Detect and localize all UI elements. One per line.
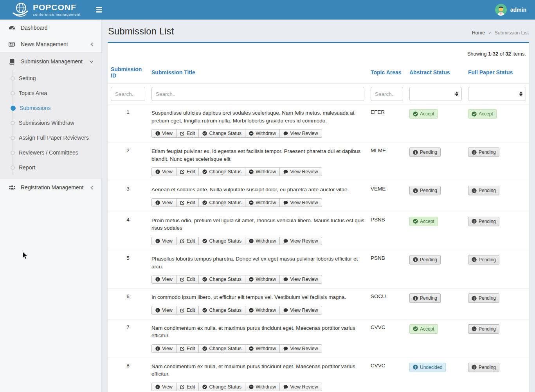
column-header-submission-title[interactable]: Submission Title [148, 61, 367, 84]
breadcrumb-home-link[interactable]: Home [472, 30, 485, 36]
sidebar-item-report[interactable]: Report [0, 160, 101, 175]
sidebar-item-topics-area[interactable]: Topics Area [0, 86, 101, 101]
withdraw-button[interactable]: Withdraw [245, 167, 280, 176]
view-review-button[interactable]: View Review [279, 167, 322, 176]
full-paper-status-cell: iPending [465, 250, 529, 288]
view-button[interactable]: iView [151, 306, 177, 315]
sidebar-item-news-management[interactable]: News Management [0, 36, 101, 52]
sidebar: DashboardNews ManagementSubmission Manag… [0, 20, 102, 392]
action-label: Edit [187, 131, 195, 136]
sidebar-item-reviewers-committees[interactable]: Reviewers / Committees [0, 145, 101, 160]
withdraw-button[interactable]: Withdraw [245, 198, 280, 207]
sidebar-toggle-button[interactable] [90, 0, 108, 20]
view-button[interactable]: iView [151, 198, 177, 207]
view-review-button[interactable]: View Review [279, 275, 322, 284]
table-row: 3Aenean et sodales ante. Nulla vulputate… [108, 181, 529, 212]
topic-areas-filter-input[interactable] [371, 87, 403, 101]
withdraw-button[interactable]: Withdraw [245, 275, 280, 284]
change-status-button[interactable]: Change Status [198, 167, 245, 176]
change-status-button[interactable]: Change Status [198, 275, 245, 284]
topic-area-cell: PSNB [367, 212, 406, 250]
edit-button[interactable]: Edit [176, 344, 199, 353]
view-button[interactable]: iView [151, 129, 177, 138]
view-review-button[interactable]: View Review [279, 198, 322, 207]
view-button[interactable]: iView [151, 383, 177, 391]
edit-button[interactable]: Edit [176, 383, 199, 391]
column-header-topic-areas[interactable]: Topic Areas [367, 61, 406, 84]
edit-button[interactable]: Edit [176, 275, 199, 284]
action-label: Change Status [209, 277, 241, 282]
view-button[interactable]: iView [151, 237, 177, 245]
submission-title-filter-input[interactable] [151, 87, 364, 101]
row-actions: iViewEditChange StatusWithdrawView Revie… [151, 344, 322, 353]
abstract-status-select[interactable] [409, 87, 462, 101]
action-label: Change Status [209, 384, 241, 390]
change-status-button[interactable]: Change Status [198, 306, 245, 315]
sidebar-item-assign-full-paper-reviewers[interactable]: Assign Full Paper Reviewers [0, 130, 101, 145]
chevron-left-icon [90, 42, 94, 47]
change-status-button[interactable]: Change Status [198, 344, 245, 353]
bullet-icon [11, 151, 15, 155]
withdraw-button[interactable]: Withdraw [245, 383, 280, 391]
info-icon: i [413, 296, 418, 301]
change-status-button[interactable]: Change Status [198, 383, 245, 391]
edit-button[interactable]: Edit [176, 167, 199, 176]
full-paper-status-cell: iPending [465, 358, 529, 392]
sidebar-item-label: Topics Area [19, 90, 47, 96]
change-status-button[interactable]: Change Status [198, 237, 245, 245]
withdraw-button[interactable]: Withdraw [245, 129, 280, 138]
column-header-submission-id[interactable]: Submission ID [108, 61, 148, 84]
column-header-full-paper-status[interactable]: Full Paper Status [465, 61, 529, 84]
withdraw-button[interactable]: Withdraw [245, 306, 280, 315]
submission-title-cell: Suspendisse ultricies dapibus orci sodal… [148, 104, 367, 143]
sidebar-item-setting[interactable]: Setting [0, 71, 101, 86]
view-review-button[interactable]: View Review [279, 306, 322, 315]
brand-name: POPCONF [33, 3, 81, 11]
submission-id-filter-input[interactable] [111, 87, 145, 101]
minus-circle-icon [249, 277, 254, 282]
brand-logo[interactable]: POPCONF conference management [0, 0, 90, 20]
action-label: Edit [187, 307, 195, 313]
action-label: View Review [290, 238, 318, 244]
table-row: 4Proin metus odio, pretium vel ligula si… [108, 212, 529, 250]
main-content: Submission List Home > Submission List S… [102, 20, 535, 392]
full-paper-status-select[interactable] [468, 87, 526, 101]
table-row: 6In commodo ipsum libero, ut efficitur e… [108, 289, 529, 320]
edit-button[interactable]: Edit [176, 306, 199, 315]
view-review-button[interactable]: View Review [279, 383, 322, 391]
view-button[interactable]: iView [151, 167, 177, 176]
check-circle-icon [202, 131, 207, 136]
info-icon: i [155, 200, 160, 205]
submission-table-body: 1Suspendisse ultricies dapibus orci soda… [108, 104, 529, 392]
view-button[interactable]: iView [151, 275, 177, 284]
view-review-button[interactable]: View Review [279, 344, 322, 353]
status-label: Accept [420, 326, 434, 332]
edit-button[interactable]: Edit [176, 237, 199, 245]
withdraw-button[interactable]: Withdraw [245, 237, 280, 245]
info-icon: i [413, 150, 418, 155]
sidebar-item-submissions[interactable]: Submissions [0, 101, 101, 115]
view-button[interactable]: iView [151, 344, 177, 353]
withdraw-button[interactable]: Withdraw [245, 344, 280, 353]
sidebar-item-dashboard[interactable]: Dashboard [0, 20, 101, 36]
sidebar-item-registration-management[interactable]: Registration Management [0, 179, 101, 196]
submission-title-text: Proin metus odio, pretium vel ligula sit… [151, 217, 364, 232]
view-review-button[interactable]: View Review [279, 129, 322, 138]
submission-panel: Showing 1-32 of 32 items. Submission ID … [108, 42, 529, 392]
comment-icon [283, 346, 288, 351]
status-badge: iPending [468, 324, 499, 334]
column-header-abstract-status[interactable]: Abstract Status [406, 61, 465, 84]
view-review-button[interactable]: View Review [279, 237, 322, 245]
sidebar-item-submissions-withdraw[interactable]: Submissions Withdraw [0, 115, 101, 130]
status-label: Pending [479, 188, 496, 193]
edit-button[interactable]: Edit [176, 198, 199, 207]
submission-id-cell: 2 [108, 143, 148, 181]
edit-button[interactable]: Edit [176, 129, 199, 138]
sidebar-item-submission-management[interactable]: Submission Management [0, 53, 101, 70]
minus-circle-icon [249, 385, 254, 389]
change-status-button[interactable]: Change Status [198, 198, 245, 207]
change-status-button[interactable]: Change Status [198, 129, 245, 138]
user-menu[interactable]: admin [495, 0, 535, 20]
submission-title-cell: Etiam feugiat pulvinar ex, id egestas es… [148, 143, 367, 181]
info-icon: i [155, 346, 160, 351]
